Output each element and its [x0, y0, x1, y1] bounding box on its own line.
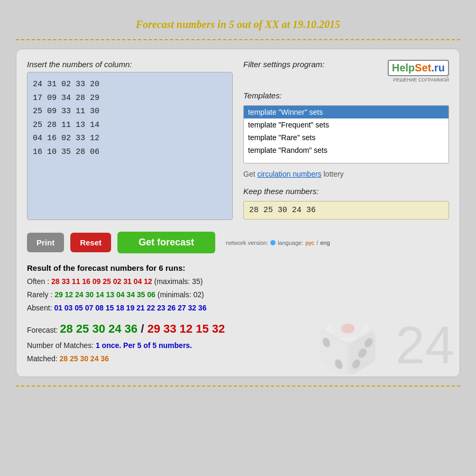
template-rare[interactable]: template "Rare" sets: [244, 131, 448, 144]
helpset-logo-sub: РЕШЕНИЕ СОГРАММОЙ: [388, 77, 449, 83]
right-column: Filter settings program: HelpSet.ru РЕШЕ…: [243, 60, 449, 222]
reset-button[interactable]: Reset: [70, 233, 111, 252]
keep-numbers-label: Keep these numbers:: [243, 187, 449, 196]
matches-line: Number of Matches: 1 once. Per 5 of 5 nu…: [27, 339, 449, 352]
matched-label: Matched:: [27, 354, 59, 363]
results-section: Result of the forecast numbers for 6 run…: [27, 261, 449, 366]
buttons-row: Print Reset Get forecast network version…: [27, 232, 449, 253]
templates-label: Templates:: [243, 91, 449, 100]
template-winner[interactable]: template "Winner" sets: [244, 106, 448, 118]
helpset-logo: HelpSet.ru: [388, 60, 449, 76]
rarely-suffix: (minimals: 02): [155, 290, 204, 299]
matches-label: Number of Matches:: [27, 341, 96, 350]
filter-settings-label: Filter settings program:: [243, 60, 324, 69]
language-label: language:: [278, 240, 303, 246]
get-forecast-button[interactable]: Get forecast: [117, 232, 215, 253]
often-nums: 28 33 11 16 09 25 02 31 04 12: [51, 277, 152, 286]
template-frequent[interactable]: template "Frequent" sets: [244, 118, 448, 131]
forecast-slash: /: [138, 322, 147, 335]
forecast-nums-red: 29 33 12 15 32: [147, 322, 225, 335]
template-random[interactable]: template "Random" sets: [244, 144, 448, 157]
helpset-logo-container: HelpSet.ru РЕШЕНИЕ СОГРАММОЙ: [388, 60, 449, 83]
print-button[interactable]: Print: [27, 233, 64, 252]
matched-nums: 28 25 30 24 36: [59, 354, 108, 363]
network-status-dot: [270, 240, 276, 245]
forecast-nums-green: 28 25 30 24 36: [60, 322, 138, 335]
matched-line: Matched: 28 25 30 24 36: [27, 352, 449, 365]
often-line: Often : 28 33 11 16 09 25 02 31 04 12 (m…: [27, 275, 449, 288]
forecast-line: Forecast: 28 25 30 24 36 / 29 33 12 15 3…: [27, 318, 449, 340]
rarely-label: Rarely :: [27, 290, 54, 299]
network-info: network version: language: рус / eng: [226, 240, 330, 246]
forecast-label: Forecast:: [27, 326, 60, 334]
lang-eng[interactable]: eng: [320, 240, 329, 246]
results-title: Result of the forecast numbers for 6 run…: [27, 261, 449, 275]
left-column: Insert the numbers of column: 24 31 02 3…: [27, 60, 233, 222]
often-label: Often :: [27, 277, 51, 286]
top-divider: [16, 39, 460, 40]
matches-value: 1 once. Per 5 of 5 numbers.: [96, 341, 192, 350]
main-card: 🎲 24 Insert the numbers of column: 24 31…: [16, 49, 460, 377]
circulation-row: Get circulation numbers lottery: [243, 170, 449, 178]
page-title: Forecast numbers in 5 out of XX at 19.10…: [136, 19, 341, 31]
lang-rus[interactable]: рус: [306, 240, 315, 246]
absent-nums: 01 03 05 07 08 15 18 19 21 22 23 26 27 3…: [54, 304, 206, 312]
circulation-link[interactable]: circulation numbers: [257, 170, 321, 178]
often-suffix: (maximals: 35): [152, 277, 203, 286]
templates-select[interactable]: template "Winner" sets template "Frequen…: [243, 105, 449, 163]
keep-numbers-input[interactable]: [243, 201, 449, 219]
absent-label: Absent:: [27, 304, 54, 312]
numbers-textarea[interactable]: 24 31 02 33 20 17 09 34 28 29 25 09 33 1…: [27, 72, 233, 220]
rarely-line: Rarely : 29 12 24 30 14 13 04 34 35 06 (…: [27, 288, 449, 301]
absent-line: Absent: 01 03 05 07 08 15 18 19 21 22 23…: [27, 301, 449, 315]
lang-separator: /: [316, 240, 318, 246]
bottom-divider: [16, 386, 460, 387]
rarely-nums: 29 12 24 30 14 13 04 34 35 06: [54, 290, 155, 299]
insert-numbers-label: Insert the numbers of column:: [27, 60, 233, 69]
network-label: network version:: [226, 240, 268, 246]
